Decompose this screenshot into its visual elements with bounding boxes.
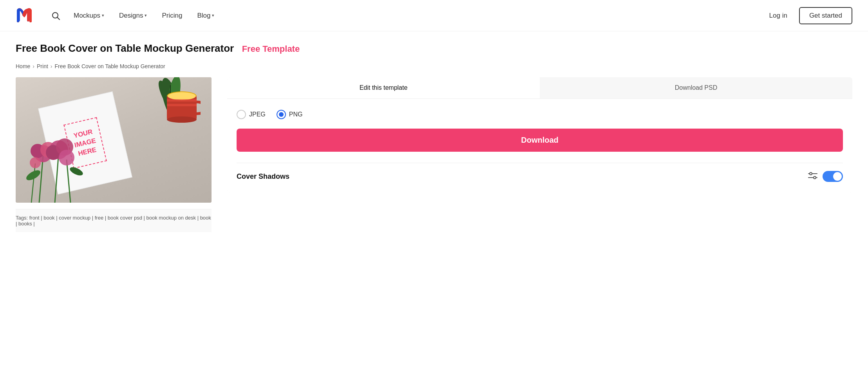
svg-point-27: [810, 172, 812, 175]
logo[interactable]: [16, 7, 39, 24]
page-title-section: Free Book Cover on Table Mockup Generato…: [0, 31, 868, 58]
tag-book-cover-psd[interactable]: book cover psd: [108, 215, 142, 221]
nav-item-blog[interactable]: Blog ▾: [192, 9, 220, 23]
nav-item-mockups[interactable]: Mockups ▾: [68, 9, 110, 23]
panel-body: JPEG PNG Download Cover Shadows: [227, 99, 852, 193]
svg-point-22: [59, 150, 74, 165]
svg-point-24: [69, 165, 84, 177]
download-button[interactable]: Download: [237, 129, 843, 152]
breadcrumb-print[interactable]: Print: [37, 63, 48, 69]
shadows-row: Cover Shadows: [237, 163, 843, 182]
main-content: YOURIMAGEHERE: [0, 77, 868, 248]
header: Mockups ▾ Designs ▾ Pricing Blog ▾ Log i…: [0, 0, 868, 31]
svg-line-15: [31, 163, 35, 203]
tag-free[interactable]: free: [95, 215, 103, 221]
flowers-decoration: [16, 124, 102, 203]
breadcrumb-current: Free Book Cover on Table Mockup Generato…: [55, 63, 165, 69]
jpeg-label: JPEG: [249, 111, 266, 118]
tag-front[interactable]: front: [29, 215, 40, 221]
tag-book[interactable]: book: [43, 215, 54, 221]
breadcrumb-home[interactable]: Home: [16, 63, 30, 69]
search-button[interactable]: [51, 11, 60, 20]
svg-rect-11: [167, 104, 197, 106]
get-started-button[interactable]: Get started: [799, 7, 852, 24]
tag-books[interactable]: books: [18, 221, 32, 227]
shadows-label: Cover Shadows: [237, 172, 289, 181]
tab-download-psd[interactable]: Download PSD: [540, 77, 852, 98]
chevron-down-icon: ▾: [212, 13, 214, 18]
svg-line-14: [67, 160, 71, 203]
shadows-toggle[interactable]: [823, 171, 843, 182]
search-icon: [51, 11, 60, 20]
svg-line-1: [58, 17, 60, 20]
image-area: YOURIMAGEHERE: [16, 77, 212, 232]
svg-rect-10: [167, 99, 197, 102]
png-radio[interactable]: [277, 110, 286, 119]
login-button[interactable]: Log in: [764, 9, 793, 23]
tag-book2[interactable]: book: [200, 215, 211, 221]
png-label: PNG: [289, 111, 303, 118]
page-title: Free Book Cover on Table Mockup Generato…: [16, 42, 234, 54]
filter-icon: [808, 172, 818, 182]
format-png-option[interactable]: PNG: [277, 110, 303, 119]
jpeg-radio[interactable]: [237, 110, 246, 119]
tags-prefix: Tags:: [16, 215, 28, 221]
free-template-badge: Free Template: [242, 44, 300, 54]
tag-cover-mockup[interactable]: cover mockup: [59, 215, 90, 221]
breadcrumb: Home › Print › Free Book Cover on Table …: [0, 58, 868, 77]
svg-point-25: [30, 157, 41, 168]
panel-tabs: Edit this template Download PSD: [227, 77, 852, 99]
breadcrumb-sep: ›: [33, 63, 34, 69]
svg-point-8: [167, 116, 197, 123]
coffee-cup: [163, 84, 201, 129]
breadcrumb-sep-2: ›: [51, 63, 52, 69]
tags-row: Tags: front | book | cover mockup | free…: [16, 209, 212, 232]
format-jpeg-option[interactable]: JPEG: [237, 110, 266, 119]
header-actions: Log in Get started: [764, 7, 852, 24]
nav-item-pricing[interactable]: Pricing: [156, 9, 188, 23]
mockup-image: YOURIMAGEHERE: [16, 77, 212, 203]
tag-book-mockup-on-desk[interactable]: book mockup on desk: [146, 215, 196, 221]
main-nav: Mockups ▾ Designs ▾ Pricing Blog ▾: [68, 9, 764, 23]
right-panel: Edit this template Download PSD JPEG PNG…: [227, 77, 852, 193]
shadows-controls: [808, 171, 843, 182]
chevron-down-icon: ▾: [145, 13, 147, 18]
svg-point-9: [168, 92, 196, 100]
nav-item-designs[interactable]: Designs ▾: [114, 9, 152, 23]
tab-edit-template[interactable]: Edit this template: [227, 77, 540, 98]
svg-point-29: [814, 176, 816, 179]
format-row: JPEG PNG: [237, 110, 843, 119]
logo-icon: [16, 7, 39, 24]
chevron-down-icon: ▾: [102, 13, 104, 18]
